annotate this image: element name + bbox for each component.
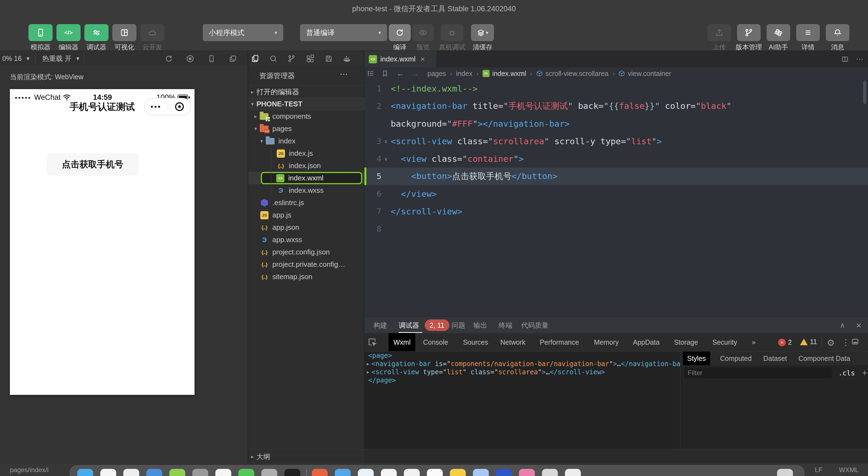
fold-icon[interactable]: ∨ [381,139,391,144]
tab-output[interactable]: 输出 [473,317,487,333]
dock-app-icon[interactable] [450,469,466,476]
devtools-tab-storage[interactable]: Storage [669,333,703,351]
tab-debugger[interactable]: 调试器 [399,317,419,333]
tree-item-index-folder[interactable]: ▾ index [248,135,364,147]
tab-code-quality[interactable]: 代码质量 [521,317,549,333]
more-menu-dots[interactable]: ••• [145,102,167,111]
cloud-dev-button[interactable] [140,24,164,41]
tab-terminal[interactable]: 终端 [499,317,513,333]
tree-item-app-wxss[interactable]: app.wxss [248,234,364,246]
dock-app-icon[interactable] [427,469,443,476]
restart-icon[interactable] [163,53,174,64]
dock-app-icon[interactable] [77,469,93,476]
stop-record-icon[interactable] [185,53,196,64]
cls-toggle-button[interactable]: .cls [838,369,855,377]
devtools-tab-console[interactable]: Console [418,333,453,351]
tab-index-wxml[interactable]: index.wxml × [364,51,436,67]
devtools-tabs-more[interactable]: » [747,333,761,351]
dock-app-icon[interactable] [519,469,535,476]
devtools-tab-security[interactable]: Security [708,333,742,351]
explorer-more-button[interactable]: ⋯ [340,69,349,79]
tree-item-index-wxml-selected[interactable]: index.wxml [248,172,364,184]
close-target-icon[interactable] [168,102,191,111]
editor-more-icon[interactable]: ⋯ [856,55,864,64]
dock-app-icon[interactable] [496,469,512,476]
trash-icon[interactable] [777,469,793,476]
dock-app-icon[interactable] [192,469,208,476]
visual-toggle-button[interactable] [112,24,136,41]
tree-item-sitemap[interactable]: sitemap.json [248,271,364,283]
docker-icon[interactable] [341,53,352,64]
details-button[interactable] [796,24,820,41]
dock-app-icon[interactable] [261,469,277,476]
tab-computed[interactable]: Computed [716,352,756,365]
editor-scrollbar[interactable] [863,81,866,104]
dock-app-icon[interactable] [542,469,558,476]
upload-button[interactable] [708,24,731,41]
phone-simulator[interactable]: ●●●●● WeChat 14:59 100% 手机号认证测试 ••• 点击获取… [10,89,194,395]
device-frame-icon[interactable] [206,53,217,64]
tree-item-app-json[interactable]: app.json [248,221,364,234]
devtools-tab-memory[interactable]: Memory [589,333,624,351]
dock-app-icon[interactable] [100,469,116,476]
breadcrumb-scroll-view[interactable]: scroll-view.scrollarea [546,70,609,78]
dock-app-icon[interactable] [284,469,300,476]
dock-app-icon[interactable] [215,469,231,476]
dock-app-icon[interactable] [169,469,185,476]
version-control-button[interactable] [737,24,761,41]
kebab-menu-icon[interactable]: ⋮ [842,337,850,347]
tree-item-project-config[interactable]: project.config.json [248,246,364,258]
code-editor[interactable]: 1<!--index.wxml--> 2<navigation-bar titl… [364,80,868,317]
expand-arrow-icon[interactable]: ▶ [364,361,372,366]
status-eol[interactable]: LF [815,466,823,474]
project-root-section[interactable]: ▾ PHONE-TEST [248,98,364,110]
wxml-node[interactable]: <page> [364,352,680,360]
preview-button[interactable] [412,24,434,41]
search-icon[interactable] [268,53,279,64]
dock-app-icon[interactable] [335,469,351,476]
tree-item-index-js[interactable]: index.js [248,147,364,159]
wxml-node[interactable]: ▶<navigation-bar is="components/navigati… [364,360,680,368]
dock-side-icon[interactable] [851,337,859,346]
forward-icon[interactable]: → [411,69,419,78]
hot-reload-toggle[interactable]: 热重载 开 ▾ [42,51,79,66]
debugger-toggle-button[interactable] [84,24,108,41]
styles-filter-input[interactable] [684,367,832,378]
bookmark-icon[interactable] [381,70,389,77]
ai-assistant-button[interactable] [767,24,790,41]
tree-item-index-json[interactable]: index.json [248,159,364,172]
tab-styles[interactable]: Styles [683,352,710,365]
warning-counter[interactable]: 11 [800,338,817,346]
split-editor-icon[interactable] [841,55,849,63]
get-phone-number-button[interactable]: 点击获取手机号 [46,153,138,176]
breadcrumb-file[interactable]: index.wxml [492,70,526,78]
wxml-node[interactable]: </page> [364,376,680,384]
wxml-node[interactable]: ▶<scroll-view type="list" class="scrolla… [364,368,680,376]
dock-app-icon[interactable] [123,469,139,476]
gear-icon[interactable]: ⚙ [827,337,835,348]
zoom-select[interactable]: 0% 16 ▾ [2,51,29,66]
mode-select[interactable]: 小程序模式 ▾ [203,24,283,41]
devtools-tab-network[interactable]: Network [495,333,530,351]
breadcrumb-index[interactable]: index [456,70,472,78]
tree-item-eslintrc[interactable]: .eslintrc.js [248,197,364,209]
dock-app-icon[interactable] [381,469,397,476]
files-explorer-icon[interactable] [250,53,261,64]
inspect-element-icon[interactable] [368,337,377,347]
fold-icon[interactable]: ∨ [381,156,391,162]
dock-app-icon[interactable] [404,469,420,476]
open-editors-section[interactable]: ▸ 打开的编辑器 [248,86,364,98]
source-control-icon[interactable] [286,53,297,64]
tree-item-app-js[interactable]: app.js [248,209,364,221]
dock-app-icon[interactable] [358,469,374,476]
tab-component-data[interactable]: Component Data [794,352,855,365]
wxml-inspector[interactable]: <page> ▶<navigation-bar is="components/n… [364,352,680,449]
devtools-tab-performance[interactable]: Performance [535,333,584,351]
clear-cache-button[interactable]: ▾ [471,24,494,41]
status-language[interactable]: WXML [839,466,859,474]
compile-button[interactable] [389,24,411,41]
tab-problems[interactable]: 问题 [452,317,465,333]
capsule-menu[interactable]: ••• [144,98,191,115]
devtools-tab-wxml[interactable]: Wxml [389,333,415,351]
simulator-toggle-button[interactable] [29,24,53,41]
